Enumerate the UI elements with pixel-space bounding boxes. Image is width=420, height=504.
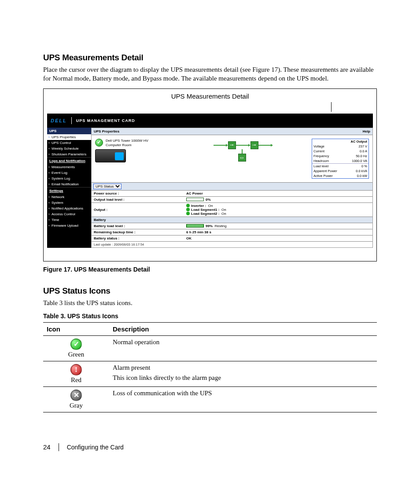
nav-email-notification[interactable]: Email Notification <box>47 181 91 187</box>
section-heading: UPS Status Icons <box>43 286 377 296</box>
figure-caption: Figure 17. UPS Measurements Detail <box>43 266 377 273</box>
icon-description: Alarm present This icon links directly t… <box>109 361 377 386</box>
last-update: Last update : 2009/06/03 16:17:54 <box>92 241 372 247</box>
row-value: OK <box>184 235 372 241</box>
icon-description: Loss of communication with the UPS <box>109 386 377 412</box>
battery-bar-icon <box>186 224 204 228</box>
nav-notified-apps[interactable]: Notified Applications <box>47 206 91 211</box>
meas-value: 50.0 Hz <box>346 154 368 158</box>
row-value: Inverter : On Load Segment1 : On Load Se… <box>184 202 372 217</box>
app-title: UPS MANAGEMENT CARD <box>76 118 135 123</box>
power-flow-diagram[interactable]: ⭲ ⭲ ▭ <box>179 139 307 149</box>
nav-ups-control[interactable]: UPS Control <box>47 140 91 146</box>
page-footer: 24 Configuring the Card <box>43 443 377 451</box>
status-select[interactable]: UPS Status <box>93 184 122 189</box>
divider <box>59 443 59 451</box>
alert-circle-icon: ! <box>70 364 82 375</box>
meas-label: Current <box>312 149 346 154</box>
callout-label: UPS Measurements Detail <box>171 92 249 100</box>
meas-value: 1000.0 VA <box>346 158 368 164</box>
nav-time[interactable]: Time <box>47 217 91 223</box>
icon-label: Gray <box>47 402 106 409</box>
battery-node-icon: ▭ <box>238 154 246 162</box>
measurements-tooltip: AC Output Voltage237 V Current0.0 A Freq… <box>312 139 369 179</box>
content-panel: UPS Properties Help Dell UPS Tower 1000W… <box>91 128 373 248</box>
figure-box: UPS Measurements Detail DELL UPS MANAGEM… <box>43 88 377 261</box>
ups-location: Computer Room <box>106 143 148 147</box>
status-dot-icon <box>186 204 190 207</box>
nav-event-log[interactable]: Event Log <box>47 170 91 176</box>
row-value: 99% Resting <box>184 223 372 229</box>
ups-image <box>95 149 126 162</box>
section-text: Place the cursor over the diagram to dis… <box>43 65 377 83</box>
dell-logo: DELL <box>51 118 67 123</box>
meas-value: 0.0 kW <box>346 173 368 178</box>
output-node-icon: ⭲ <box>251 141 258 149</box>
section-text: Table 3 lists the UPS status icons. <box>43 298 377 307</box>
section-heading: UPS Measurements Detail <box>43 53 377 63</box>
nav-access-control[interactable]: Access Control <box>47 211 91 217</box>
row-label: Output : <box>92 202 184 217</box>
row-label: Battery status : <box>92 235 184 241</box>
meas-label: Headroom <box>312 158 346 164</box>
row-label: Battery load level : <box>92 223 184 229</box>
row-label: Remaining backup time : <box>92 229 184 235</box>
row-label: Power source : <box>92 191 184 197</box>
meas-label: Active Power <box>312 173 346 178</box>
meas-label: Load level <box>312 163 346 169</box>
chapter-name: Configuring the Card <box>67 444 124 451</box>
load-bar-icon <box>186 198 204 201</box>
section-battery: Battery <box>92 217 372 223</box>
check-circle-icon: ✓ <box>70 338 82 350</box>
nav-ups-properties[interactable]: UPS Properties <box>47 134 91 140</box>
status-dot-icon <box>186 208 190 211</box>
panel-title: UPS Properties <box>94 129 119 133</box>
nav-header-ups: UPS <box>47 128 91 134</box>
nav-network[interactable]: Network <box>47 194 91 200</box>
meas-value: 0.0 A <box>346 149 368 154</box>
input-node-icon: ⭲ <box>228 141 236 149</box>
status-ok-icon <box>95 139 103 147</box>
icon-label: Green <box>47 351 106 358</box>
ups-model: Dell UPS Tower 1000W HV <box>106 139 148 143</box>
meas-value: 237 V <box>346 144 368 149</box>
help-link[interactable]: Help <box>363 129 370 133</box>
col-icon: Icon <box>43 322 109 335</box>
meas-value: 0 % <box>346 163 368 169</box>
meas-label: Voltage <box>312 144 346 149</box>
row-value: 6 h 25 min 38 s <box>184 229 372 235</box>
status-dot-icon <box>186 212 190 215</box>
callout-leader <box>331 102 332 112</box>
meas-heading: AC Output <box>312 139 368 144</box>
icon-label: Red <box>47 376 106 384</box>
divider <box>71 117 72 124</box>
row-value: 0% <box>184 196 372 202</box>
sidebar: UPS UPS Properties UPS Control Weekly Sc… <box>47 128 91 248</box>
status-icons-table: Icon Description ✓ Green Normal operatio… <box>43 322 377 412</box>
nav-measurements[interactable]: Measurements <box>47 164 91 170</box>
icon-description: Normal operation <box>109 335 377 361</box>
status-table: Power source : AC Power Output load leve… <box>92 191 372 247</box>
page-number: 24 <box>43 443 51 451</box>
meas-value: 0.0 kVA <box>346 169 368 173</box>
nav-section-settings: Settings <box>47 187 91 194</box>
meas-label: Frequency <box>312 154 346 158</box>
app-screenshot: DELL UPS MANAGEMENT CARD UPS UPS Propert… <box>47 114 373 248</box>
nav-section-logs: Logs and Notification <box>47 157 91 164</box>
meas-label: Apparent Power <box>312 169 346 173</box>
x-circle-icon: ✕ <box>70 390 82 401</box>
col-description: Description <box>109 322 377 335</box>
nav-firmware-upload[interactable]: Firmware Upload <box>47 223 91 228</box>
row-label: Output load level : <box>92 196 184 202</box>
nav-weekly-schedule[interactable]: Weekly Schedule <box>47 146 91 151</box>
row-value: AC Power <box>184 191 372 197</box>
nav-system-log[interactable]: System Log <box>47 176 91 181</box>
table-caption: Table 3. UPS Status Icons <box>43 313 377 320</box>
nav-shutdown-params[interactable]: Shutdown Parameters <box>47 151 91 157</box>
nav-system[interactable]: System <box>47 200 91 206</box>
